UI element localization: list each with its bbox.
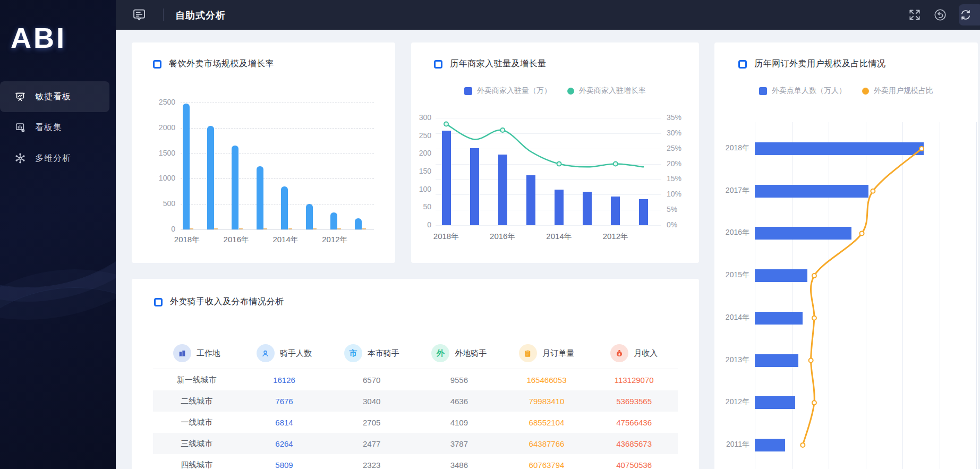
- bar-2012年[interactable]: [755, 396, 795, 409]
- x-axis-tick-label: 2012年: [318, 235, 352, 245]
- sidebar-item-agile-dashboard[interactable]: 敏捷看板: [0, 81, 109, 112]
- legend-item-user-ratio[interactable]: 外卖用户规模占比: [862, 86, 933, 96]
- card-checkbox-icon[interactable]: [738, 60, 747, 69]
- bar-2011年[interactable]: [755, 439, 785, 451]
- bar-2015年[interactable]: [257, 166, 263, 229]
- table-cell: 6814: [241, 418, 328, 427]
- bar-2017年[interactable]: [470, 148, 479, 225]
- table-row-三线城市[interactable]: 三线城市6264247737876438776643685673: [153, 433, 678, 454]
- category-label: 2011年: [715, 440, 749, 449]
- topbar: 自助式分析: [116, 0, 980, 30]
- legend-item-merchant-count[interactable]: 外卖商家入驻量（万）: [464, 86, 551, 96]
- bar-2015年[interactable]: [526, 175, 535, 225]
- table-cell: 新一线城市: [153, 375, 241, 385]
- line-point-2014年[interactable]: [812, 316, 816, 320]
- line-point-2016年[interactable]: [500, 128, 505, 132]
- secondary-series-tick: [263, 228, 267, 229]
- bar-2015年[interactable]: [755, 269, 807, 282]
- category-label: 2018年: [715, 143, 749, 153]
- gridline: [976, 122, 977, 469]
- table-cell: 3040: [328, 397, 415, 406]
- line-point-2013年[interactable]: [809, 359, 813, 363]
- column-header-nonlocal-riders[interactable]: 外 外地骑手: [415, 344, 503, 362]
- card-checkbox-icon[interactable]: [434, 60, 442, 69]
- bar-2018年[interactable]: [755, 142, 924, 155]
- table-row-四线城市[interactable]: 四线城市5809232334866076379440750536: [153, 454, 678, 469]
- table-cell: 64387766: [503, 439, 591, 448]
- bar-2016年[interactable]: [498, 155, 507, 225]
- column-header-local-riders[interactable]: 市 本市骑手: [328, 344, 415, 362]
- right-axis-tick-label: 20%: [667, 159, 693, 168]
- table-cell: 40750536: [590, 461, 678, 469]
- right-axis-tick-label: 5%: [667, 205, 693, 214]
- table-cell: 4109: [415, 418, 503, 427]
- bar-2013年[interactable]: [306, 204, 313, 229]
- sidebar-item-multidimensional-analysis[interactable]: 多维分析: [0, 143, 116, 174]
- legend-item-user-count[interactable]: 外卖点单人数（万人）: [759, 86, 846, 96]
- table-cell: 113129070: [590, 376, 678, 385]
- column-header-rider-count[interactable]: 骑手人数: [241, 344, 328, 362]
- column-header-workplace[interactable]: 工作地: [153, 344, 241, 362]
- bar-2018年[interactable]: [183, 104, 190, 229]
- fullscreen-icon[interactable]: [908, 8, 922, 22]
- bar-2013年[interactable]: [755, 354, 798, 367]
- bar-2013年[interactable]: [583, 192, 592, 225]
- bar-2012年[interactable]: [330, 212, 337, 229]
- building-icon: [173, 344, 191, 362]
- card-title: 外卖骑手收入及分布情况分析: [170, 296, 284, 308]
- gridline: [866, 122, 866, 469]
- line-point-2016年[interactable]: [860, 231, 864, 235]
- legend-item-merchant-growth[interactable]: 外卖商家入驻增长率: [567, 86, 646, 96]
- bar-2017年[interactable]: [755, 185, 868, 198]
- column-header-monthly-orders[interactable]: 月订单量: [503, 344, 591, 362]
- sidebar-item-label: 看板集: [35, 122, 62, 133]
- right-axis-tick-label: 35%: [667, 113, 693, 122]
- left-axis-tick-label: 0: [411, 220, 431, 229]
- column-header-monthly-income[interactable]: 月收入: [590, 344, 678, 362]
- agile-dashboard-icon: [14, 90, 27, 103]
- legend-label: 外卖用户规模占比: [874, 86, 933, 96]
- page-title: 自助式分析: [175, 9, 226, 22]
- sidebar-item-dashboard-collection[interactable]: 看板集: [0, 112, 116, 143]
- bar-2018年[interactable]: [442, 131, 451, 225]
- table-row-新一线城市[interactable]: 新一线城市1612665709556165466053113129070: [153, 369, 678, 390]
- bar-2016年[interactable]: [755, 227, 851, 240]
- y-axis-tick-label: 500: [135, 199, 175, 208]
- left-axis-tick-label: 300: [411, 113, 431, 122]
- y-axis-tick-label: 1000: [135, 174, 175, 182]
- bar-2016年[interactable]: [232, 146, 238, 229]
- bar-2014年[interactable]: [281, 186, 288, 229]
- line-point-2018年[interactable]: [444, 122, 448, 126]
- refresh-icon[interactable]: [959, 8, 973, 22]
- bar-2014年[interactable]: [555, 190, 564, 225]
- gridline: [181, 229, 374, 230]
- line-point-2012年[interactable]: [812, 400, 816, 405]
- card-checkbox-icon[interactable]: [154, 298, 163, 306]
- bar-2017年[interactable]: [207, 126, 214, 229]
- category-label: 2012年: [715, 397, 749, 407]
- line-point-2011年[interactable]: [800, 443, 805, 447]
- table-cell: 47566436: [590, 418, 678, 427]
- bar-2014年[interactable]: [755, 312, 803, 325]
- x-axis-tick-label: 2018年: [170, 235, 204, 245]
- kanban-board-icon[interactable]: [132, 7, 147, 22]
- table-cell: 43685673: [590, 439, 678, 448]
- line-point-2017年[interactable]: [871, 189, 875, 193]
- bar-2011年[interactable]: [355, 218, 362, 229]
- bar-2011年[interactable]: [639, 199, 648, 225]
- table-row-一线城市[interactable]: 一线城市6814270541096855210447566436: [153, 412, 678, 433]
- gridline: [755, 122, 755, 469]
- bar-2012年[interactable]: [611, 197, 620, 225]
- left-axis-tick-label: 200: [411, 149, 431, 157]
- left-axis-tick-label: 50: [411, 202, 431, 211]
- table-cell: 2477: [328, 439, 415, 448]
- table-cell: 一线城市: [153, 417, 241, 428]
- legend-square-swatch: [464, 87, 472, 95]
- x-axis-tick-label: 2012年: [599, 232, 633, 242]
- card-checkbox-icon[interactable]: [153, 60, 161, 69]
- line-point-2015年[interactable]: [812, 274, 816, 278]
- local-city-icon: 市: [344, 344, 362, 362]
- undo-icon[interactable]: [933, 8, 947, 22]
- table-row-二线城市[interactable]: 二线城市7676304046367998341053693565: [153, 390, 678, 412]
- card-title: 餐饮外卖市场规模及增长率: [169, 58, 274, 70]
